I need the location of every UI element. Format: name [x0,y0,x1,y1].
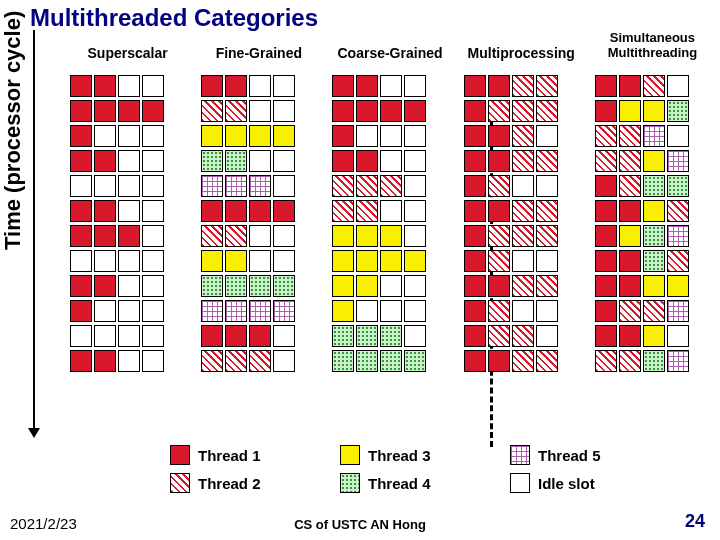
grid-row [332,150,447,172]
grid-row [595,275,710,297]
slot-cell [225,325,247,347]
grid-row [201,75,316,97]
slot-cell [595,225,617,247]
slot-cell [356,250,378,272]
legend-item: Thread 1 [170,445,340,465]
slot-cell [225,250,247,272]
slot-cell [201,200,223,222]
slot-cell [536,100,558,122]
slot-cell [249,225,271,247]
slot-cell [201,100,223,122]
grid-row [70,350,185,372]
grid [595,75,710,372]
slot-cell [70,300,92,322]
footer-center: CS of USTC AN Hong [0,517,720,532]
legend-swatch [510,473,530,493]
slot-cell [380,175,402,197]
slot-cell [273,175,295,197]
slot-cell [201,75,223,97]
slot-cell [595,200,617,222]
legend-label: Thread 5 [538,447,601,464]
slot-cell [380,200,402,222]
slot-cell [464,175,486,197]
slot-cell [404,175,426,197]
slot-cell [380,75,402,97]
slot-cell [512,225,534,247]
slot-cell [94,75,116,97]
slot-cell [332,250,354,272]
slot-cell [512,75,534,97]
slot-cell [225,300,247,322]
slot-cell [225,100,247,122]
grid-row [332,225,447,247]
grid-row [332,200,447,222]
legend-swatch [340,445,360,465]
slot-cell [225,125,247,147]
slot-cell [273,200,295,222]
slot-cell [225,200,247,222]
slot-cell [464,350,486,372]
grid-row [464,325,579,347]
slot-cell [273,225,295,247]
slot-cell [512,250,534,272]
slot-cell [118,325,140,347]
grid-row [464,100,579,122]
slot-cell [380,325,402,347]
slot-cell [643,325,665,347]
slot-cell [667,100,689,122]
slot-cell [70,200,92,222]
grid-row [201,200,316,222]
slot-cell [595,125,617,147]
slot-cell [643,225,665,247]
column-label: Simultaneous Multithreading [587,30,718,60]
slot-cell [332,175,354,197]
grid [201,75,316,372]
slot-cell [249,75,271,97]
legend-label: Thread 3 [368,447,431,464]
slot-cell [488,200,510,222]
column-superscalar: Superscalar [70,75,185,372]
grid-row [332,275,447,297]
grid-row [70,75,185,97]
slot-cell [249,350,271,372]
grid-row [595,100,710,122]
grid-row [595,325,710,347]
slot-cell [464,275,486,297]
grid-row [201,300,316,322]
grid-row [201,100,316,122]
legend-item: Thread 2 [170,473,340,493]
slot-cell [70,350,92,372]
slot-cell [118,300,140,322]
slot-cell [118,175,140,197]
column-fine-grained: Fine-Grained [201,75,316,372]
grid-row [70,150,185,172]
slot-cell [118,275,140,297]
grid [332,75,447,372]
slot-cell [142,175,164,197]
legend-label: Thread 1 [198,447,261,464]
grid-row [70,300,185,322]
slot-cell [595,100,617,122]
slot-cell [488,225,510,247]
grid-row [464,250,579,272]
slot-cell [356,100,378,122]
grid-row [201,250,316,272]
legend-swatch [170,445,190,465]
grid-row [70,275,185,297]
slot-cell [404,275,426,297]
slot-cell [404,125,426,147]
slot-cell [273,125,295,147]
slot-cell [70,325,92,347]
slot-cell [142,125,164,147]
slot-cell [94,125,116,147]
slot-cell [201,150,223,172]
slot-cell [512,100,534,122]
slot-cell [380,250,402,272]
slot-cell [225,175,247,197]
slot-cell [536,75,558,97]
grid-row [595,150,710,172]
slot-cell [380,150,402,172]
slot-cell [356,125,378,147]
slot-cell [94,275,116,297]
column-label: Multiprocessing [456,45,587,61]
